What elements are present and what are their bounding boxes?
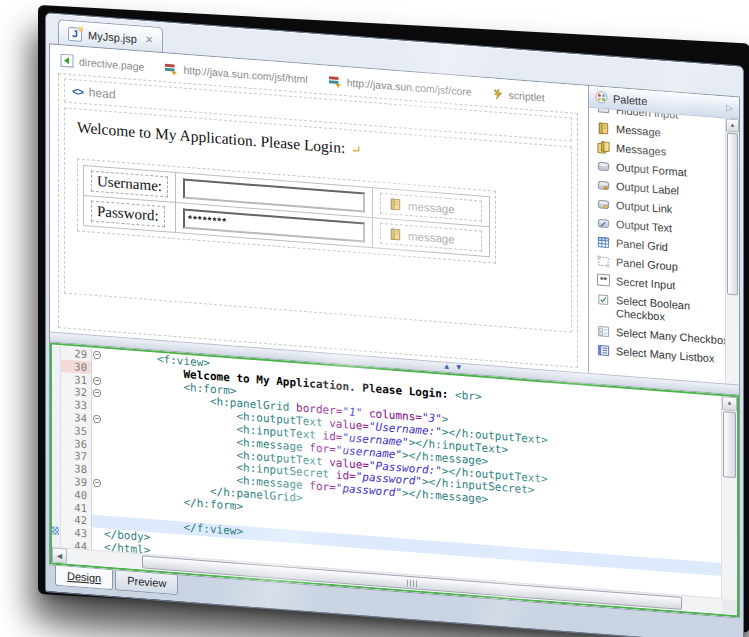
palette-item-label: Select Many Listbox [616, 345, 714, 366]
tab-title: MyJsp.jsp [88, 29, 137, 45]
annotation-ruler [52, 448, 61, 461]
selection-annotation-icon [52, 527, 59, 536]
fold-column [92, 489, 104, 503]
scroll-up-icon[interactable]: ▲ [722, 396, 737, 411]
select-boolean-checkbox-icon [597, 292, 610, 306]
message-icon [597, 121, 610, 135]
output-format-icon [597, 159, 610, 173]
hidden-input-icon [597, 108, 610, 117]
palette-item-label: Output Link [616, 199, 672, 216]
palette-panel: Palette ▷ Hidden InputMessageMessagesOut… [588, 86, 739, 385]
message-placeholder[interactable]: message [380, 223, 482, 252]
annotation-ruler [52, 525, 61, 538]
fold-column[interactable]: − [92, 387, 104, 401]
fold-column [92, 528, 104, 542]
output-label-icon [597, 178, 610, 192]
editor-body: directive.pagehttp://java.sun.com/jsf/ht… [49, 43, 740, 618]
design-pane[interactable]: directive.pagehttp://java.sun.com/jsf/ht… [50, 44, 588, 372]
fold-column [92, 451, 104, 465]
scroll-up-icon[interactable]: ▲ [726, 118, 739, 132]
palette-item-label: Output Text [616, 218, 672, 235]
palette-scroll-thumb[interactable] [727, 132, 738, 295]
scriptlet-icon [492, 87, 504, 101]
annotation-ruler [52, 346, 61, 359]
linebreak-icon: ↵ [351, 143, 361, 158]
directive-page-icon [60, 53, 74, 68]
palette-list: Hidden InputMessageMessagesOutput Format… [589, 108, 739, 385]
fold-column[interactable]: − [92, 374, 104, 388]
palette-title: Palette [613, 92, 647, 107]
tab-design[interactable]: Design [55, 566, 113, 590]
fold-column [92, 425, 104, 439]
secret-input-icon: ** [597, 273, 610, 286]
annotation-ruler [52, 422, 61, 435]
output-text-label[interactable]: Username: [91, 171, 168, 198]
fold-column[interactable]: − [92, 477, 104, 491]
html-outline-box[interactable]: <> head Welcome to My Application. Pleas… [58, 73, 578, 368]
output-text-label[interactable]: Password: [91, 201, 165, 228]
annotation-ruler [52, 435, 61, 448]
palette-item-label: Output Format [616, 161, 687, 179]
message-icon [389, 197, 402, 211]
angle-brackets-icon: <> [72, 85, 83, 98]
annotation-ruler [52, 397, 61, 410]
taglib-icon [164, 61, 178, 76]
design-canvas[interactable]: <> head Welcome to My Application. Pleas… [58, 73, 578, 368]
tab-preview[interactable]: Preview [115, 570, 178, 595]
toolbar-item-directive-page[interactable]: directive.page [60, 53, 144, 73]
fold-column[interactable]: − [92, 349, 104, 363]
fold-column [92, 502, 104, 516]
toolbar-item-label: http://java.sun.com/jsf/core [347, 76, 472, 98]
annotation-ruler [52, 358, 61, 371]
toolbar-item-label: directive.page [79, 56, 144, 73]
message-placeholder[interactable]: message [380, 193, 482, 222]
jsp-file-icon: J [68, 26, 82, 41]
palette-item-label: Panel Grid [616, 237, 668, 254]
source-vscroll-thumb[interactable] [723, 411, 736, 478]
editor-window: J MyJsp.jsp ✕ directive.pagehttp://java.… [45, 12, 744, 637]
body-element-box[interactable]: Welcome to My Application. Please Login:… [64, 107, 572, 332]
design-and-palette-row: directive.pagehttp://java.sun.com/jsf/ht… [50, 44, 739, 384]
collapse-icon[interactable]: − [93, 415, 101, 424]
collapse-icon[interactable]: − [93, 376, 101, 385]
toolbar-item-label: scriptlet [509, 89, 545, 104]
chevron-right-icon[interactable]: ▷ [726, 102, 733, 113]
scroll-left-icon[interactable]: ◀ [52, 548, 67, 564]
source-vertical-scrollbar[interactable]: ▲ [721, 396, 737, 600]
message-label: message [408, 229, 455, 245]
annotation-ruler [52, 499, 61, 512]
panel-grid-table: Username:messagePassword:********message [83, 165, 490, 257]
scrollbar-corner [722, 599, 737, 615]
message-icon [389, 227, 402, 241]
fold-column [92, 361, 104, 375]
palette-icon [595, 90, 608, 104]
taglib-icon [328, 74, 342, 89]
fold-column [92, 438, 104, 452]
palette-item-label: Panel Group [616, 256, 678, 274]
toolbar-item-scriptlet[interactable]: scriptlet [492, 87, 545, 104]
panel-group-icon [597, 254, 610, 268]
fold-column [92, 464, 104, 478]
select-many-checkbox-icon [597, 324, 610, 338]
palette-scrollbar[interactable]: ▲ ▼ [725, 118, 739, 384]
annotation-ruler [52, 474, 61, 487]
palette-item-label: Messages [616, 142, 666, 159]
palette-item-label: Message [616, 123, 661, 139]
annotation-ruler [52, 371, 61, 384]
form-outline-box[interactable]: Username:messagePassword:********message [77, 158, 496, 263]
select-many-listbox-icon [597, 343, 610, 357]
panel-grid-icon [597, 235, 610, 249]
fold-column [92, 400, 104, 414]
annotation-ruler [52, 384, 61, 397]
annotation-ruler [52, 410, 61, 423]
palette-item-label: Secret Input [616, 275, 675, 293]
splitter-arrows-icon[interactable]: ▲▼ [443, 363, 467, 373]
output-text-icon [597, 216, 610, 230]
collapse-icon[interactable]: − [93, 389, 101, 398]
collapse-icon[interactable]: − [93, 351, 101, 360]
messages-icon [597, 140, 610, 154]
fold-column[interactable]: − [92, 413, 104, 427]
collapse-icon[interactable]: − [93, 479, 101, 488]
close-icon[interactable]: ✕ [145, 34, 153, 46]
palette-item-label: Output Label [616, 180, 679, 198]
